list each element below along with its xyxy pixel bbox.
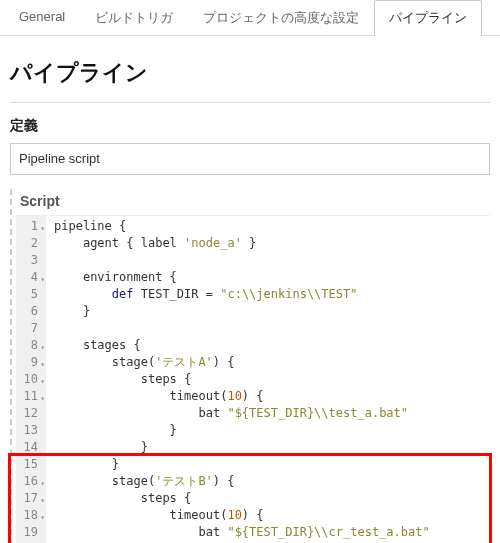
code-line[interactable]: timeout(10) { xyxy=(54,388,490,405)
code-line[interactable]: } xyxy=(54,303,490,320)
definition-label: 定義 xyxy=(10,117,490,135)
tab-advanced-project-options[interactable]: プロジェクトの高度な設定 xyxy=(188,0,374,36)
code-line[interactable]: agent { label 'node_a' } xyxy=(54,235,490,252)
code-line[interactable]: def TEST_DIR = "c:\\jenkins\\TEST" xyxy=(54,286,490,303)
code-line[interactable]: bat "${TEST_DIR}\\test_a.bat" xyxy=(54,405,490,422)
script-label: Script xyxy=(16,189,490,215)
definition-section: 定義 Pipeline script Script 12345678910111… xyxy=(10,102,490,543)
code-line[interactable]: bat "${TEST_DIR}\\cr_test_a.bat" xyxy=(54,524,490,541)
tab-general[interactable]: General xyxy=(4,0,80,36)
code-editor[interactable]: 1234567891011121314151617181920212223242… xyxy=(16,215,490,543)
code-line[interactable]: steps { xyxy=(54,490,490,507)
definition-select[interactable]: Pipeline script xyxy=(10,143,490,175)
script-area: Script 123456789101112131415161718192021… xyxy=(10,189,490,543)
code-line[interactable]: } xyxy=(54,439,490,456)
pipeline-content: パイプライン 定義 Pipeline script Script 1234567… xyxy=(0,36,500,543)
code-line[interactable]: timeout(10) { xyxy=(54,507,490,524)
tab-build-triggers[interactable]: ビルドトリガ xyxy=(80,0,188,36)
code-line[interactable]: environment { xyxy=(54,269,490,286)
code-line[interactable]: pipeline { xyxy=(54,218,490,235)
tab-pipeline[interactable]: パイプライン xyxy=(374,0,482,36)
code-line[interactable]: stage('テストB') { xyxy=(54,473,490,490)
code-line[interactable]: steps { xyxy=(54,371,490,388)
page-title: パイプライン xyxy=(10,58,490,100)
code-line[interactable] xyxy=(54,320,490,337)
code-line[interactable]: stages { xyxy=(54,337,490,354)
code-body[interactable]: pipeline { agent { label 'node_a' } envi… xyxy=(46,216,490,543)
line-gutter: 1234567891011121314151617181920212223242… xyxy=(16,216,46,543)
code-line[interactable] xyxy=(54,252,490,269)
code-line[interactable]: stage('テストA') { xyxy=(54,354,490,371)
code-line[interactable]: } xyxy=(54,422,490,439)
code-line[interactable]: } xyxy=(54,456,490,473)
config-tabs: General ビルドトリガ プロジェクトの高度な設定 パイプライン xyxy=(0,0,500,36)
